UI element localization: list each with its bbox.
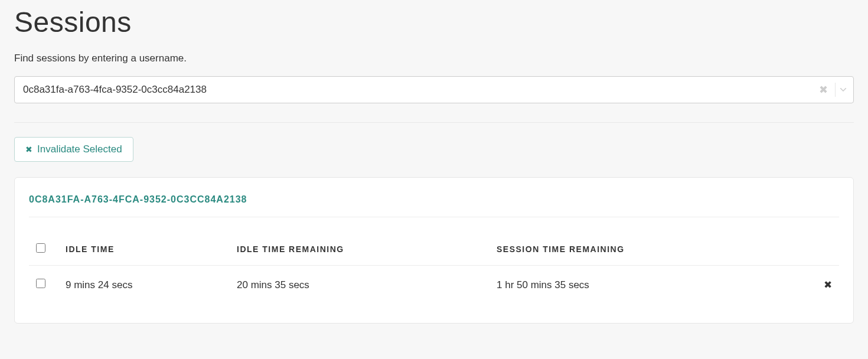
row-select-checkbox[interactable] <box>36 279 45 288</box>
select-divider <box>835 83 836 97</box>
username-select[interactable]: 0c8a31fa-a763-4fca-9352-0c3cc84a2138 ✖ <box>14 76 854 103</box>
column-header-idle-time: IDLE TIME <box>58 228 230 266</box>
column-header-session-time-remaining: SESSION TIME REMAINING <box>490 228 815 266</box>
row-select-cell <box>29 266 58 296</box>
page-subtitle: Find sessions by entering a username. <box>14 53 854 64</box>
column-header-action <box>815 228 839 266</box>
section-divider <box>14 122 854 123</box>
close-icon: ✖ <box>25 145 32 154</box>
sessions-panel: 0C8A31FA-A763-4FCA-9352-0C3CC84A2138 IDL… <box>14 177 854 324</box>
select-all-checkbox[interactable] <box>36 243 45 253</box>
clear-icon[interactable]: ✖ <box>813 84 834 95</box>
page-title: Sessions <box>14 6 854 38</box>
table-row: 9 mins 24 secs 20 mins 35 secs 1 hr 50 m… <box>29 266 839 296</box>
column-header-idle-time-remaining: IDLE TIME REMAINING <box>230 228 490 266</box>
panel-user-id: 0C8A31FA-A763-4FCA-9352-0C3CC84A2138 <box>29 194 839 217</box>
sessions-table: IDLE TIME IDLE TIME REMAINING SESSION TI… <box>29 228 839 296</box>
row-delete-button[interactable]: ✖ <box>815 266 839 296</box>
cell-idle-time: 9 mins 24 secs <box>58 266 230 296</box>
invalidate-selected-button[interactable]: ✖ Invalidate Selected <box>14 137 133 162</box>
username-select-value: 0c8a31fa-a763-4fca-9352-0c3cc84a2138 <box>23 84 813 96</box>
cell-idle-time-remaining: 20 mins 35 secs <box>230 266 490 296</box>
cell-session-time-remaining: 1 hr 50 mins 35 secs <box>490 266 815 296</box>
close-icon: ✖ <box>824 279 832 291</box>
invalidate-selected-label: Invalidate Selected <box>37 143 122 155</box>
chevron-down-icon[interactable] <box>838 88 849 92</box>
column-header-select <box>29 228 58 266</box>
